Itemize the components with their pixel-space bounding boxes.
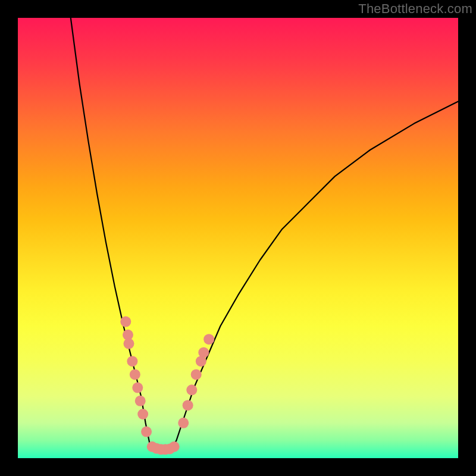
data-point bbox=[186, 384, 197, 395]
data-point bbox=[178, 418, 189, 428]
data-point bbox=[169, 441, 180, 452]
data-point bbox=[198, 347, 209, 358]
data-point bbox=[127, 356, 137, 367]
data-point bbox=[191, 369, 202, 380]
data-point bbox=[203, 334, 214, 345]
dots-group bbox=[120, 317, 214, 455]
data-point bbox=[135, 396, 146, 406]
bottleneck-curve bbox=[71, 18, 458, 449]
data-point bbox=[120, 317, 131, 327]
plot-area bbox=[18, 18, 458, 458]
curve-group bbox=[71, 18, 458, 449]
stage: TheBottleneck.com bbox=[0, 0, 476, 476]
data-point bbox=[137, 409, 148, 419]
data-point bbox=[123, 339, 134, 349]
data-point bbox=[132, 383, 143, 393]
data-point bbox=[183, 400, 193, 411]
watermark-text: TheBottleneck.com bbox=[358, 1, 472, 17]
chart-svg bbox=[18, 18, 458, 458]
data-point bbox=[130, 369, 140, 380]
data-point bbox=[141, 427, 152, 437]
